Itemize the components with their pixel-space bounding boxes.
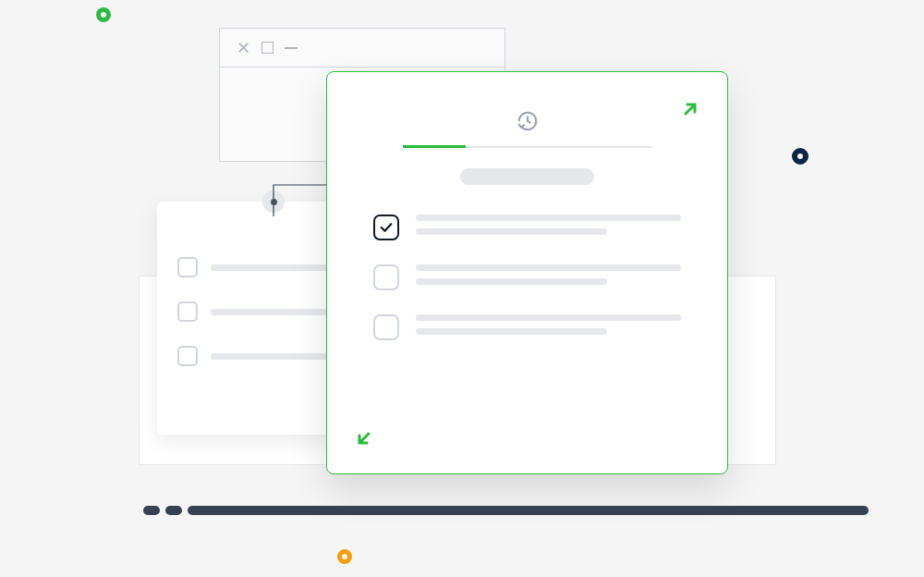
main-card (326, 71, 728, 474)
maximize-icon (261, 42, 274, 54)
connector-node (262, 190, 285, 213)
placeholder-line (416, 328, 607, 335)
history-clock-icon (373, 109, 681, 133)
close-icon: ✕ (237, 38, 250, 58)
timeline-track[interactable] (143, 506, 869, 515)
timeline-segment (165, 506, 182, 515)
timeline-segment (143, 506, 160, 515)
minimize-icon (285, 47, 298, 49)
placeholder-line (416, 228, 607, 235)
placeholder-line (416, 215, 681, 221)
expand-arrow-down-left-icon[interactable] (353, 427, 375, 453)
timeline-segment (188, 506, 869, 515)
accent-dot-orange (337, 549, 352, 564)
checkbox-icon[interactable] (177, 257, 198, 277)
placeholder-line (416, 278, 607, 285)
checkbox-icon[interactable] (373, 264, 399, 290)
progress-active-segment (403, 145, 466, 148)
task-row (373, 314, 681, 340)
task-row (373, 264, 681, 290)
checkbox-icon[interactable] (373, 314, 399, 340)
window-titlebar: ✕ (220, 29, 505, 68)
progress-track (403, 146, 652, 148)
header-placeholder (460, 168, 594, 185)
placeholder-line (416, 314, 681, 321)
placeholder-line (416, 264, 681, 271)
checkbox-icon[interactable] (177, 346, 198, 366)
checkbox-icon[interactable] (177, 301, 198, 322)
task-row (373, 215, 681, 240)
accent-dot-green (96, 7, 111, 22)
accent-dot-navy (792, 148, 808, 165)
expand-arrow-up-right-icon[interactable] (679, 98, 701, 124)
checkbox-checked-icon[interactable] (373, 215, 399, 240)
